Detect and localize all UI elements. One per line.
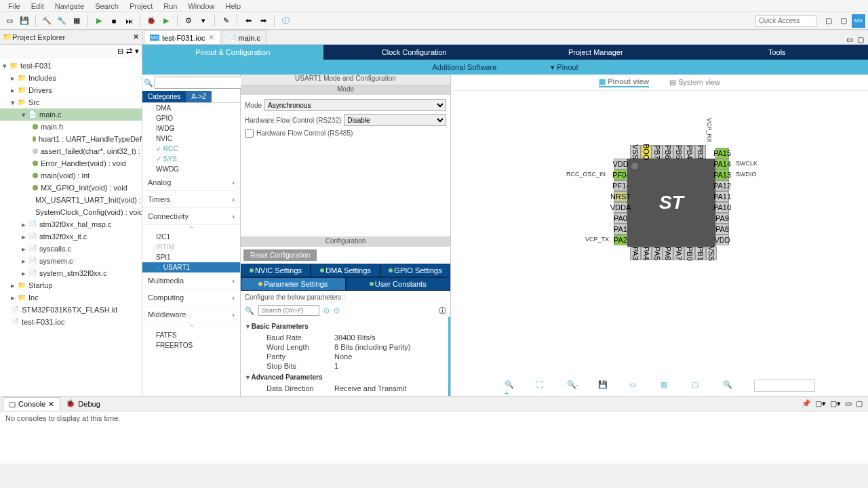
pin-pa12[interactable]: PA12 bbox=[715, 180, 729, 191]
tab-tools[interactable]: Tools bbox=[687, 45, 869, 60]
close-icon[interactable]: ✕ bbox=[208, 33, 214, 42]
layout-icon[interactable]: ▥ bbox=[660, 380, 671, 391]
debug-tab[interactable]: 🐞 Debug bbox=[60, 397, 105, 411]
tab-nvic-settings[interactable]: NVIC Settings bbox=[241, 264, 311, 277]
az-tab[interactable]: A->Z bbox=[186, 91, 212, 102]
pin-pa0[interactable]: PA0 bbox=[614, 213, 627, 224]
tree-flashld[interactable]: STM32F031K6TX_FLASH.ld bbox=[0, 304, 142, 316]
additional-software-link[interactable]: Additional Software bbox=[432, 63, 496, 71]
param-wordlen[interactable]: Word Length8 Bits (including Parity) bbox=[246, 342, 443, 352]
zoom-in-icon[interactable]: 🔍+ bbox=[505, 380, 515, 391]
tree-gpioinit[interactable]: MX_GPIO_Init(void) : void bbox=[0, 182, 142, 194]
list-icon[interactable]: ▢ bbox=[692, 380, 703, 391]
hwflow485-checkbox[interactable] bbox=[245, 129, 254, 138]
maximize-icon[interactable]: ▢ bbox=[857, 35, 864, 44]
menu-run[interactable]: Run bbox=[158, 2, 182, 10]
menu-navigate[interactable]: Navigate bbox=[50, 2, 90, 10]
param-baud[interactable]: Baud Rate38400 Bits/s bbox=[246, 333, 443, 342]
menu-help[interactable]: Help bbox=[220, 2, 247, 10]
chip-icon[interactable]: ▭ bbox=[629, 380, 640, 391]
editor-tab-mainc[interactable]: main.c bbox=[222, 30, 267, 44]
tree-drivers[interactable]: ▸Drivers bbox=[0, 84, 142, 96]
pin-vdd-right[interactable]: VDD bbox=[715, 235, 729, 245]
tree-ioc[interactable]: test-F031.ioc bbox=[0, 316, 142, 328]
tree-syscalls[interactable]: ▸syscalls.c bbox=[0, 243, 142, 255]
perspective-btn2[interactable]: ▢ bbox=[837, 14, 850, 28]
console-min-icon[interactable]: ▭ bbox=[845, 399, 852, 408]
cat-nvic[interactable]: NVIC bbox=[142, 134, 240, 144]
pin-pf1[interactable]: PF1- bbox=[614, 180, 627, 191]
pin-pa15[interactable]: PA15 bbox=[715, 148, 729, 159]
tab-project-manager[interactable]: Project Manager bbox=[505, 45, 687, 60]
cat-usart1[interactable]: USART1 bbox=[142, 262, 240, 272]
pinout-canvas[interactable]: ST VDD PF0- PF1- NRST VDDA PA0 PA1 PA2 P… bbox=[451, 91, 868, 375]
cat-freertos[interactable]: FREERTOS bbox=[142, 340, 240, 350]
menu-project[interactable]: Project bbox=[124, 2, 158, 10]
down-button[interactable]: ▾ bbox=[197, 14, 210, 28]
cat-analog-group[interactable]: Analog› bbox=[142, 174, 240, 191]
run-button[interactable]: ▶ bbox=[92, 14, 106, 28]
tree-mainv[interactable]: main(void) : int bbox=[0, 169, 142, 182]
menu-search[interactable]: Search bbox=[90, 2, 124, 10]
tree-mainc[interactable]: ▾main.c bbox=[0, 108, 142, 121]
tab-parameter-settings[interactable]: Parameter Settings bbox=[241, 277, 346, 291]
pe-collapse-icon[interactable]: ⊟ bbox=[117, 47, 123, 56]
pe-menu-icon[interactable]: ▾ bbox=[135, 47, 139, 56]
pin-pf0[interactable]: PF0- bbox=[614, 169, 627, 180]
tree-system[interactable]: ▸system_stm32f0xx.c bbox=[0, 267, 142, 279]
tree-project[interactable]: ▾test-F031 bbox=[0, 60, 142, 72]
debug-button[interactable]: 🐞 bbox=[144, 14, 158, 28]
tree-assert[interactable]: assert_failed(char*, uint32_t) : bbox=[0, 145, 142, 157]
pe-close-icon[interactable]: ✕ bbox=[133, 33, 139, 41]
pinout-dropdown[interactable]: ▾ Pinout bbox=[551, 63, 578, 72]
cat-connectivity-group[interactable]: Connectivity› bbox=[142, 208, 240, 225]
info-icon[interactable]: ⓘ bbox=[439, 306, 446, 316]
save-button[interactable]: 💾 bbox=[18, 14, 31, 28]
pin-pa2[interactable]: PA2 bbox=[614, 235, 627, 245]
perspective-mx[interactable]: MX bbox=[852, 14, 865, 28]
grid-button[interactable]: ▦ bbox=[70, 14, 83, 28]
wand-button[interactable]: ✎ bbox=[219, 14, 233, 28]
pin-pa7[interactable]: PA7 bbox=[673, 247, 684, 260]
pe-link-icon[interactable]: ⇄ bbox=[126, 47, 132, 56]
menu-window[interactable]: Window bbox=[182, 2, 220, 10]
quick-access-input[interactable] bbox=[755, 15, 816, 27]
tab-clock-config[interactable]: Clock Configuration bbox=[324, 45, 506, 60]
pin-pa9[interactable]: PA9 bbox=[715, 213, 729, 224]
tab-pinout-config[interactable]: Pinout & Configuration bbox=[142, 45, 324, 60]
reset-config-button[interactable]: Reset Configuration bbox=[243, 249, 317, 261]
tree-huart1[interactable]: huart1 : UART_HandleTypeDef bbox=[0, 133, 142, 145]
advanced-params-group[interactable]: Advanced Parameters bbox=[246, 373, 443, 381]
console-new-icon[interactable]: ▢▾ bbox=[830, 399, 841, 408]
cat-rcc[interactable]: RCC bbox=[142, 144, 240, 154]
tree-src[interactable]: ▾Src bbox=[0, 96, 142, 108]
editor-tab-ioc[interactable]: MXtest-F031.ioc✕ bbox=[144, 30, 220, 44]
cat-multimedia-group[interactable]: Multimedia› bbox=[142, 272, 240, 289]
tree-startup[interactable]: ▸Startup bbox=[0, 279, 142, 291]
tab-gpio-settings[interactable]: GPIO Settings bbox=[380, 264, 450, 277]
param-search-input[interactable] bbox=[258, 305, 319, 316]
close-icon[interactable]: ✕ bbox=[48, 400, 54, 409]
play-button[interactable]: ▶ bbox=[159, 14, 173, 28]
basic-params-group[interactable]: Basic Parameters bbox=[246, 323, 443, 330]
info-button[interactable]: ⓘ bbox=[279, 14, 292, 28]
pin-pb3[interactable]: PB3 bbox=[695, 145, 706, 159]
minimize-icon[interactable]: ▭ bbox=[846, 35, 853, 44]
nav-back-button[interactable]: ⬅ bbox=[241, 14, 255, 28]
pin-boo[interactable]: BOO bbox=[641, 145, 652, 159]
tree-includes[interactable]: ▸Includes bbox=[0, 72, 142, 84]
pin-pa4[interactable]: PA4 bbox=[641, 247, 652, 260]
tool-button[interactable]: 🔧 bbox=[55, 14, 68, 28]
zoom-out-icon[interactable]: 🔍- bbox=[567, 380, 578, 391]
cat-dma[interactable]: DMA bbox=[142, 103, 240, 113]
tab-user-constants[interactable]: User Constants bbox=[346, 277, 451, 291]
console-tab[interactable]: ▢ Console ✕ bbox=[3, 397, 60, 411]
pin-pb4[interactable]: PB4 bbox=[684, 145, 695, 159]
tree-errh[interactable]: Error_Handler(void) : void bbox=[0, 157, 142, 169]
pin-pa1[interactable]: PA1 bbox=[614, 224, 627, 235]
pin-pb5[interactable]: PB5 bbox=[673, 145, 684, 159]
tree-sysmem[interactable]: ▸sysmem.c bbox=[0, 255, 142, 267]
tree-itc[interactable]: ▸stm32f0xx_it.c bbox=[0, 230, 142, 243]
pin-pb0[interactable]: PB0 bbox=[684, 247, 695, 260]
cat-middleware-group[interactable]: Middleware› bbox=[142, 306, 240, 323]
